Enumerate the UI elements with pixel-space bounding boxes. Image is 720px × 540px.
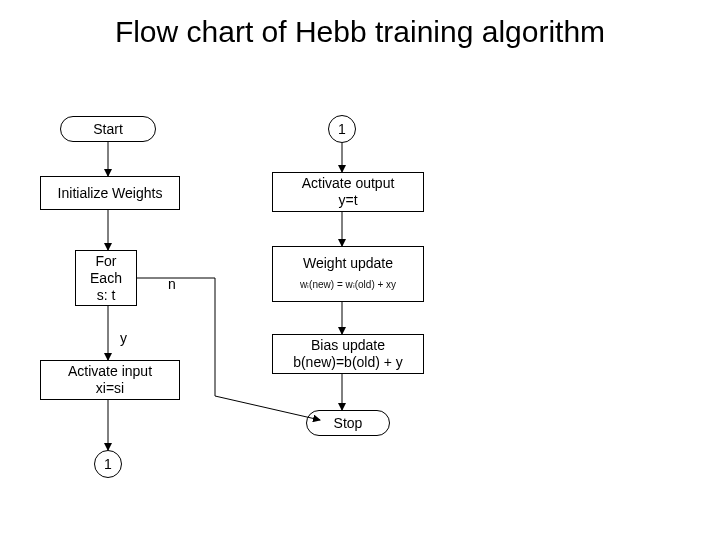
connector-1-bottom: 1 xyxy=(94,450,122,478)
node-initialize-weights: Initialize Weights xyxy=(40,176,180,210)
node-stop: Stop xyxy=(306,410,390,436)
node-activate-output: Activate output y=t xyxy=(272,172,424,212)
weight-update-formula: wᵢ(new) = wᵢ(old) + xy xyxy=(300,276,396,293)
node-activate-input: Activate input xi=si xyxy=(40,360,180,400)
node-for-each: For Each s: t xyxy=(75,250,137,306)
node-start: Start xyxy=(60,116,156,142)
flowchart: Flow chart of Hebb training algorithm St… xyxy=(0,0,720,540)
node-bias-update: Bias update b(new)=b(old) + y xyxy=(272,334,424,374)
node-weight-update: Weight update wᵢ(new) = wᵢ(old) + xy xyxy=(272,246,424,302)
connector-1-top: 1 xyxy=(328,115,356,143)
edge-label-n: n xyxy=(168,276,176,292)
page-title: Flow chart of Hebb training algorithm xyxy=(0,14,720,50)
weight-update-title: Weight update xyxy=(303,255,393,272)
edge-label-y: y xyxy=(120,330,127,346)
